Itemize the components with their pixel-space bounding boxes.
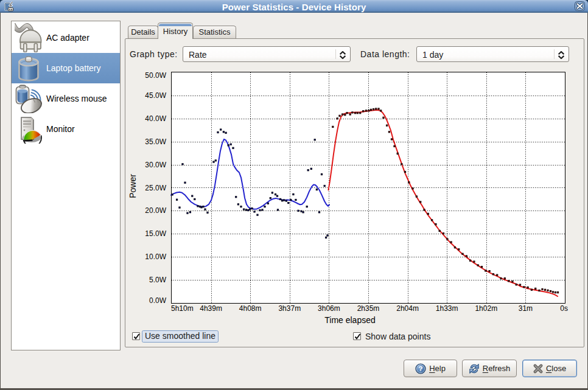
svg-text:?: ? — [419, 365, 423, 372]
